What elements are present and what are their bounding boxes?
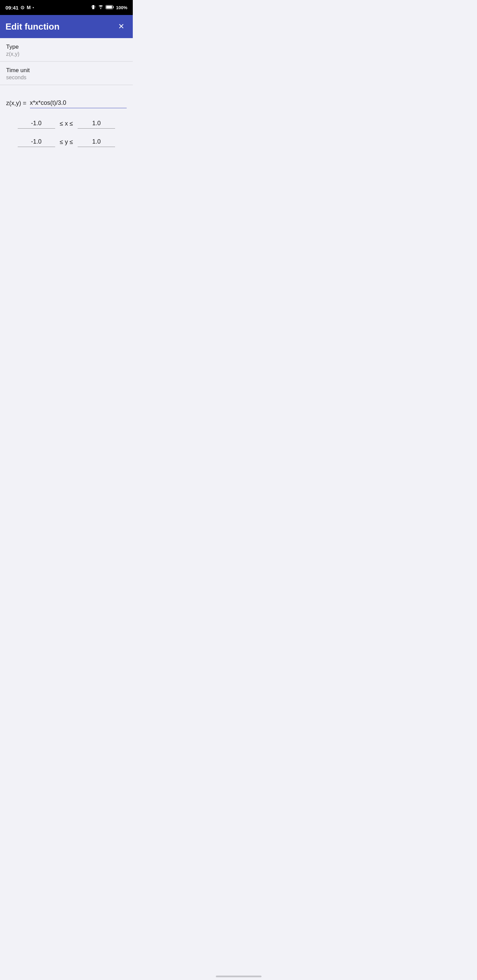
type-label: Type (6, 43, 127, 50)
time-text: 09:41 (5, 5, 18, 11)
type-value: z(x,y) (6, 51, 127, 57)
close-button[interactable]: ✕ (115, 21, 127, 33)
battery-percent: 100% (116, 5, 127, 10)
equation-row: z(x,y) = (0, 92, 133, 111)
wifi-icon (98, 5, 104, 10)
status-bar: 09:41 ⊙ M • 100% (0, 0, 133, 15)
time-unit-row[interactable]: Time unit seconds (0, 62, 133, 85)
status-time: 09:41 ⊙ M • (5, 5, 34, 11)
equation-label: z(x,y) = (6, 100, 27, 108)
dot-indicator: • (33, 6, 34, 10)
content-area: Type z(x,y) Time unit seconds z(x,y) = ≤… (0, 38, 133, 287)
x-range-operator: ≤ x ≤ (60, 120, 73, 127)
svg-point-5 (100, 8, 101, 9)
svg-rect-3 (95, 6, 95, 6)
time-unit-value: seconds (6, 75, 127, 81)
pocket-icon: ⊙ (21, 5, 24, 10)
header: Edit function ✕ (0, 15, 133, 38)
svg-rect-2 (91, 7, 92, 8)
x-min-input[interactable] (18, 118, 55, 129)
equation-input[interactable] (30, 98, 127, 108)
svg-rect-0 (92, 5, 94, 9)
type-row[interactable]: Type z(x,y) (0, 38, 133, 62)
y-range-operator: ≤ y ≤ (60, 138, 73, 146)
spacer (0, 85, 133, 92)
mail-icon: M (27, 5, 30, 10)
y-range-row: ≤ y ≤ (6, 137, 127, 147)
y-min-input[interactable] (18, 137, 55, 147)
svg-rect-1 (91, 6, 92, 6)
y-max-input[interactable] (78, 137, 115, 147)
svg-rect-7 (106, 6, 112, 8)
page-title: Edit function (5, 21, 60, 32)
status-icons: 100% (91, 5, 127, 11)
battery-icon (105, 5, 114, 10)
vibrate-icon (91, 5, 96, 11)
svg-rect-4 (95, 7, 95, 8)
range-section: ≤ x ≤ ≤ y ≤ (0, 111, 133, 159)
x-max-input[interactable] (78, 118, 115, 129)
time-unit-label: Time unit (6, 67, 127, 74)
x-range-row: ≤ x ≤ (6, 118, 127, 129)
